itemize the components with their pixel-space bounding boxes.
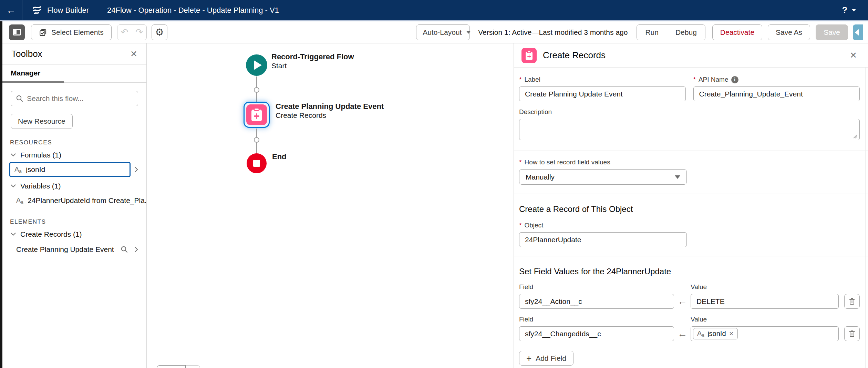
resource-item-plannerupdateid[interactable]: Aa 24PlannerUpdateId from Create_Pla... bbox=[9, 193, 155, 208]
value-column: Value Aa jsonId ✕ bbox=[691, 316, 839, 341]
resources-section-header: RESOURCES bbox=[10, 139, 146, 146]
zoom-in-button[interactable] bbox=[171, 365, 186, 368]
api-name-input[interactable] bbox=[693, 86, 860, 101]
panel-title: Create Records bbox=[543, 50, 606, 61]
field-input-action[interactable] bbox=[519, 294, 674, 309]
flow-canvas[interactable]: Record-Triggered Flow Start Create Plann… bbox=[147, 43, 514, 368]
remove-pill-icon[interactable]: ✕ bbox=[729, 330, 734, 337]
back-button[interactable]: ← bbox=[0, 0, 22, 20]
add-field-label: Add Field bbox=[536, 354, 566, 362]
redo-icon: ↷ bbox=[135, 27, 143, 38]
toolbox-tabs: Manager bbox=[2, 65, 146, 83]
create-records-group-row[interactable]: Create Records (1) bbox=[2, 227, 146, 241]
formulas-group-row[interactable]: Formulas (1) bbox=[2, 148, 146, 162]
run-debug-group: Run Debug bbox=[637, 24, 705, 40]
value-column-label: Value bbox=[691, 283, 839, 291]
chevron-down-icon bbox=[11, 153, 16, 157]
create-node-title: Create Planning Update Event bbox=[276, 102, 384, 111]
end-node-title: End bbox=[272, 152, 287, 161]
chevron-right-icon bbox=[135, 167, 138, 172]
description-label: Description bbox=[519, 108, 860, 116]
resource-item-jsonid-selected[interactable]: Aa jsonId bbox=[9, 162, 131, 177]
save-button-disabled[interactable]: Save bbox=[816, 24, 848, 40]
object-field-label: * Object bbox=[519, 222, 860, 229]
save-label: Save bbox=[824, 28, 840, 37]
label-api-row: * Label * API Name i bbox=[519, 76, 860, 101]
label-input[interactable] bbox=[519, 86, 686, 101]
help-menu-caret-icon[interactable] bbox=[852, 9, 856, 11]
panel-close-icon[interactable]: ✕ bbox=[850, 50, 857, 60]
add-element-dot[interactable] bbox=[254, 137, 259, 143]
text-variable-icon: Aa bbox=[697, 329, 704, 338]
delete-row-button[interactable] bbox=[844, 294, 860, 309]
formulas-group-label: Formulas (1) bbox=[20, 151, 61, 159]
new-resource-button[interactable]: New Resource bbox=[11, 114, 73, 129]
formula-item-chevron[interactable] bbox=[131, 167, 142, 172]
value-input-jsonid[interactable]: Aa jsonId ✕ bbox=[691, 326, 839, 341]
select-elements-label: Select Elements bbox=[51, 28, 104, 37]
value-input-delete[interactable] bbox=[691, 294, 839, 309]
section-divider bbox=[514, 151, 868, 151]
api-name-field-label: * API Name i bbox=[693, 76, 860, 83]
variables-group-label: Variables (1) bbox=[20, 182, 61, 190]
deactivate-button[interactable]: Deactivate bbox=[712, 24, 762, 40]
undo-icon: ↶ bbox=[121, 27, 128, 38]
end-node[interactable] bbox=[247, 153, 267, 173]
magnifier-icon bbox=[121, 246, 128, 253]
how-to-set-value: Manually bbox=[526, 173, 555, 181]
locate-element-button[interactable] bbox=[118, 246, 131, 253]
zoom-out-button[interactable] bbox=[157, 365, 171, 368]
assignment-arrow-icon: ← bbox=[674, 294, 691, 309]
flow-settings-button[interactable]: ⚙ bbox=[152, 24, 167, 40]
search-flow-input[interactable] bbox=[27, 94, 133, 103]
version-status-text: Version 1: Active—Last modified 3 months… bbox=[478, 28, 628, 37]
field-value-row-1: Field ← Value bbox=[519, 283, 860, 309]
text-variable-icon: Aa bbox=[14, 165, 22, 174]
help-icon[interactable]: ? bbox=[842, 5, 847, 15]
field-input-changedids[interactable] bbox=[519, 326, 674, 341]
zoom-fit-button[interactable] bbox=[186, 365, 200, 368]
api-name-field-group: * API Name i bbox=[693, 76, 860, 101]
info-icon[interactable]: i bbox=[731, 76, 738, 83]
select-elements-button[interactable]: Select Elements bbox=[31, 24, 112, 40]
add-field-button[interactable]: + Add Field bbox=[519, 351, 574, 366]
create-records-node-icon-box bbox=[246, 104, 267, 125]
create-node-subtitle: Create Records bbox=[276, 111, 326, 120]
redo-button[interactable]: ↷ bbox=[132, 25, 146, 40]
variables-group-row[interactable]: Variables (1) bbox=[2, 179, 146, 193]
toolbar-collapse-button[interactable] bbox=[853, 24, 863, 40]
object-input[interactable] bbox=[519, 232, 687, 247]
tab-manager[interactable]: Manager bbox=[2, 65, 64, 83]
how-to-set-select[interactable]: Manually bbox=[519, 169, 687, 185]
field-column: Field bbox=[519, 283, 674, 309]
description-textarea[interactable] bbox=[519, 119, 860, 140]
pill-label: jsonId bbox=[707, 330, 726, 338]
text-variable-icon: Aa bbox=[16, 196, 23, 205]
add-element-dot[interactable] bbox=[254, 87, 259, 93]
layout-mode-select[interactable]: Auto-Layout bbox=[416, 24, 470, 40]
delete-row-button[interactable] bbox=[844, 326, 860, 341]
required-asterisk: * bbox=[519, 222, 521, 229]
flow-builder-window: ← Flow Builder 24Flow - Operation - Dele… bbox=[0, 0, 868, 368]
gear-icon: ⚙ bbox=[155, 27, 164, 38]
run-button[interactable]: Run bbox=[637, 25, 667, 40]
object-section-title: Create a Record of This Object bbox=[519, 204, 860, 214]
layout-mode-value: Auto-Layout bbox=[423, 28, 462, 37]
create-records-node-selected[interactable] bbox=[244, 102, 270, 128]
undo-button[interactable]: ↶ bbox=[117, 25, 132, 40]
panel-scroll-gutter bbox=[865, 68, 866, 368]
element-item-row: Create Planning Update Event bbox=[9, 242, 142, 257]
jsonid-resource-pill[interactable]: Aa jsonId ✕ bbox=[693, 328, 738, 339]
variable-item-row: Aa 24PlannerUpdateId from Create_Pla... bbox=[9, 193, 142, 208]
debug-button[interactable]: Debug bbox=[667, 25, 705, 40]
toolbox-close-icon[interactable]: ✕ bbox=[130, 49, 137, 59]
element-item-chevron[interactable] bbox=[131, 247, 142, 252]
chevron-down-icon bbox=[675, 175, 680, 179]
object-field-group: * Object bbox=[519, 222, 860, 247]
toolbox-toggle-button[interactable] bbox=[9, 24, 25, 40]
start-node[interactable] bbox=[246, 54, 267, 76]
save-as-button[interactable]: Save As bbox=[768, 24, 810, 40]
element-item-label[interactable]: Create Planning Update Event bbox=[9, 245, 118, 254]
flow-toolbar: Select Elements ↶ ↷ ⚙ Auto-Layout Versio… bbox=[0, 21, 868, 43]
required-asterisk: * bbox=[693, 76, 696, 83]
